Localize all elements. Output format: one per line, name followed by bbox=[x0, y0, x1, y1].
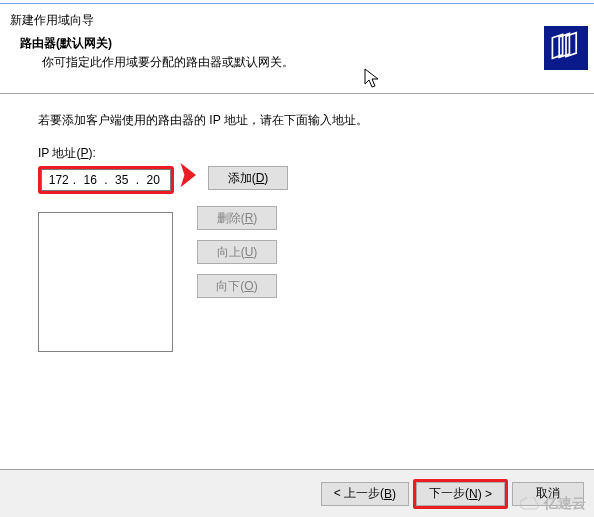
down-button[interactable]: 向下(O) bbox=[197, 274, 277, 298]
page-subtitle: 你可指定此作用域要分配的路由器或默认网关。 bbox=[42, 54, 580, 71]
add-button[interactable]: 添加(D) bbox=[208, 166, 288, 190]
arrow-icon: ➤ bbox=[178, 152, 197, 196]
back-button[interactable]: < 上一步(B) bbox=[321, 482, 409, 506]
next-highlight: 下一步(N) > bbox=[413, 479, 508, 509]
up-button[interactable]: 向上(U) bbox=[197, 240, 277, 264]
header-icon bbox=[544, 26, 588, 70]
ip-octet-2[interactable]: 16 bbox=[77, 173, 103, 187]
wizard-body: 若要添加客户端使用的路由器的 IP 地址，请在下面输入地址。 IP 地址(P):… bbox=[0, 94, 594, 352]
ip-label: IP 地址(P): bbox=[38, 145, 556, 162]
wizard-header: 新建作用域向导 路由器(默认网关) 你可指定此作用域要分配的路由器或默认网关。 bbox=[0, 4, 594, 94]
intro-text: 若要添加客户端使用的路由器的 IP 地址，请在下面输入地址。 bbox=[38, 112, 556, 129]
ip-octet-1[interactable]: 172 bbox=[46, 173, 72, 187]
ip-octet-3[interactable]: 35 bbox=[109, 173, 135, 187]
page-title: 路由器(默认网关) bbox=[20, 35, 580, 52]
wizard-footer: < 上一步(B) 下一步(N) > 取消 bbox=[0, 469, 594, 517]
ip-highlight: 172 . 16 . 35 . 20 bbox=[38, 166, 174, 194]
watermark: 亿速云 bbox=[520, 495, 586, 513]
remove-button[interactable]: 删除(R) bbox=[197, 206, 277, 230]
ip-octet-4[interactable]: 20 bbox=[140, 173, 166, 187]
ip-input[interactable]: 172 . 16 . 35 . 20 bbox=[41, 169, 171, 191]
window-title: 新建作用域向导 bbox=[10, 12, 580, 29]
next-button[interactable]: 下一步(N) > bbox=[416, 482, 505, 506]
cursor-icon bbox=[364, 68, 380, 90]
ip-listbox[interactable] bbox=[38, 212, 173, 352]
